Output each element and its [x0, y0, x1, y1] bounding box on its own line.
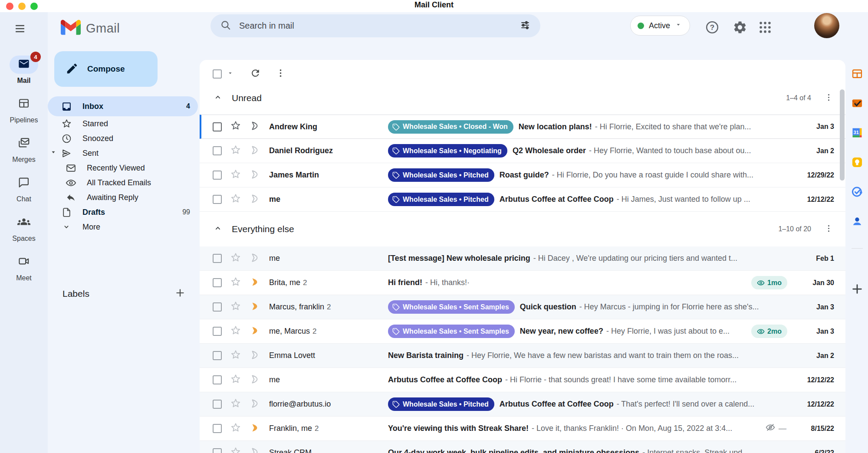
- search-input[interactable]: Search in mail: [239, 21, 517, 31]
- streak-pipeline-icon[interactable]: [250, 194, 260, 206]
- row-checkbox[interactable]: [213, 254, 222, 263]
- star-icon[interactable]: [230, 193, 241, 206]
- star-icon[interactable]: [230, 446, 241, 453]
- star-icon[interactable]: [230, 120, 241, 133]
- search-bar[interactable]: Search in mail: [210, 14, 540, 37]
- row-checkbox[interactable]: [213, 375, 222, 384]
- email-tracking-panel-button[interactable]: [851, 97, 863, 111]
- star-icon[interactable]: [230, 374, 241, 387]
- sidebar-item-sent[interactable]: Sent: [48, 146, 198, 161]
- email-row[interactable]: Emma Lovett New Barista training - Hey F…: [200, 344, 845, 368]
- pipeline-stage-label[interactable]: Wholesale Sales • Sent Samples: [388, 325, 515, 338]
- collapse-section-icon[interactable]: [214, 93, 222, 103]
- sent-expand-caret[interactable]: [50, 149, 56, 157]
- row-checkbox[interactable]: [213, 351, 222, 360]
- sidebar-item-all-tracked-emails[interactable]: All Tracked Emails: [48, 175, 198, 190]
- sidebar-item-awaiting-reply[interactable]: Awaiting Reply: [48, 190, 198, 205]
- star-icon[interactable]: [230, 325, 241, 338]
- star-icon[interactable]: [230, 252, 241, 265]
- apps-grid-button[interactable]: [756, 18, 774, 38]
- account-avatar[interactable]: [814, 13, 839, 38]
- email-row[interactable]: me [Test message] New wholesale pricing …: [200, 246, 845, 271]
- row-checkbox[interactable]: [213, 195, 222, 204]
- pipeline-stage-label[interactable]: Wholesale Sales • Closed - Won: [388, 120, 513, 134]
- select-dropdown-caret[interactable]: [227, 70, 233, 78]
- rail-item-chat[interactable]: Chat: [10, 174, 38, 203]
- email-row[interactable]: James Martin Wholesale Sales • Pitched R…: [200, 163, 845, 187]
- streak-pipeline-icon[interactable]: [250, 253, 260, 265]
- star-icon[interactable]: [230, 301, 241, 314]
- star-icon[interactable]: [230, 169, 241, 182]
- streak-pipeline-icon[interactable]: [250, 169, 260, 181]
- star-icon[interactable]: [230, 349, 241, 362]
- streak-pipeline-icon[interactable]: [250, 350, 260, 362]
- main-menu-button[interactable]: [10, 19, 30, 39]
- row-checkbox[interactable]: [213, 171, 222, 180]
- streak-pipeline-icon[interactable]: [250, 447, 260, 453]
- pipeline-stage-label[interactable]: Wholesale Sales • Pitched: [388, 397, 494, 411]
- star-icon[interactable]: [230, 276, 241, 289]
- row-checkbox[interactable]: [213, 146, 222, 155]
- streak-pipeline-icon[interactable]: [250, 121, 260, 133]
- list-scrollbar[interactable]: [840, 89, 845, 181]
- sidebar-item-more[interactable]: More: [48, 220, 198, 234]
- streak-pipelines-panel-button[interactable]: [851, 68, 863, 81]
- email-row[interactable]: Streak CRM Our 4-day work week, bulk pip…: [200, 441, 845, 453]
- rail-item-meet[interactable]: Meet: [10, 253, 38, 282]
- more-options-button[interactable]: [273, 66, 288, 82]
- sidebar-item-recently-viewed[interactable]: Recently Viewed: [48, 161, 198, 175]
- email-row[interactable]: florrie@arbutus.io Wholesale Sales • Pit…: [200, 392, 845, 417]
- settings-button[interactable]: [731, 18, 749, 38]
- star-icon[interactable]: [230, 422, 241, 435]
- email-row[interactable]: Daniel Rodriguez Wholesale Sales • Negot…: [200, 139, 845, 163]
- get-add-ons-button[interactable]: [851, 282, 864, 297]
- row-checkbox[interactable]: [213, 278, 222, 287]
- calendar-panel-button[interactable]: 31: [851, 127, 863, 140]
- email-row[interactable]: me Wholesale Sales • Pitched Arbutus Cof…: [200, 187, 845, 212]
- email-row[interactable]: Brita, me2 Hi friend! - Hi, thanks!· 1mo…: [200, 271, 845, 295]
- email-row[interactable]: me Arbutus Coffee at Coffee Coop - Hi Fl…: [200, 368, 845, 392]
- sidebar-item-inbox[interactable]: Inbox 4: [48, 96, 198, 116]
- rail-item-merges[interactable]: Merges: [10, 135, 38, 164]
- contacts-panel-button[interactable]: [851, 215, 863, 229]
- compose-button[interactable]: Compose: [54, 51, 158, 87]
- select-all-checkbox[interactable]: [213, 69, 222, 79]
- rail-item-pipelines[interactable]: Pipelines: [10, 95, 38, 124]
- refresh-button[interactable]: [247, 65, 263, 82]
- row-checkbox[interactable]: [213, 122, 222, 131]
- rail-item-spaces[interactable]: Spaces: [10, 213, 38, 243]
- streak-pipeline-icon[interactable]: [250, 423, 260, 435]
- row-checkbox[interactable]: [213, 302, 222, 312]
- search-options-button[interactable]: [517, 17, 533, 35]
- email-row[interactable]: me, Marcus2 Wholesale Sales • Sent Sampl…: [200, 319, 845, 344]
- pipeline-stage-label[interactable]: Wholesale Sales • Pitched: [388, 168, 494, 182]
- keep-panel-button[interactable]: [851, 156, 863, 170]
- tasks-panel-button[interactable]: [851, 186, 863, 199]
- streak-pipeline-icon[interactable]: [250, 398, 260, 410]
- sidebar-item-starred[interactable]: Starred: [48, 116, 198, 131]
- collapse-section-icon[interactable]: [214, 224, 222, 234]
- row-checkbox[interactable]: [213, 448, 222, 453]
- email-row[interactable]: Andrew King Wholesale Sales • Closed - W…: [200, 115, 845, 139]
- streak-pipeline-icon[interactable]: [250, 145, 260, 157]
- help-button[interactable]: ?: [703, 18, 721, 38]
- section-menu-button[interactable]: [823, 223, 834, 235]
- email-row[interactable]: Marcus, franklin2 Wholesale Sales • Sent…: [200, 295, 845, 319]
- star-icon[interactable]: [230, 144, 241, 158]
- status-dropdown[interactable]: Active: [630, 16, 690, 36]
- streak-pipeline-icon[interactable]: [250, 374, 260, 386]
- pipeline-stage-label[interactable]: Wholesale Sales • Sent Samples: [388, 300, 515, 314]
- row-checkbox[interactable]: [213, 327, 222, 336]
- email-row[interactable]: Franklin, me2 You're viewing this with S…: [200, 417, 845, 441]
- create-label-button[interactable]: [173, 286, 187, 302]
- pipeline-stage-label[interactable]: Wholesale Sales • Negotiating: [388, 144, 507, 158]
- streak-pipeline-icon[interactable]: [250, 277, 260, 289]
- streak-pipeline-icon[interactable]: [250, 325, 260, 338]
- row-checkbox[interactable]: [213, 400, 222, 409]
- streak-pipeline-icon[interactable]: [250, 301, 260, 313]
- section-menu-button[interactable]: [823, 92, 834, 104]
- row-checkbox[interactable]: [213, 424, 222, 433]
- pipeline-stage-label[interactable]: Wholesale Sales • Pitched: [388, 193, 494, 206]
- sidebar-item-drafts[interactable]: Drafts 99: [48, 205, 198, 220]
- sidebar-item-snoozed[interactable]: Snoozed: [48, 131, 198, 146]
